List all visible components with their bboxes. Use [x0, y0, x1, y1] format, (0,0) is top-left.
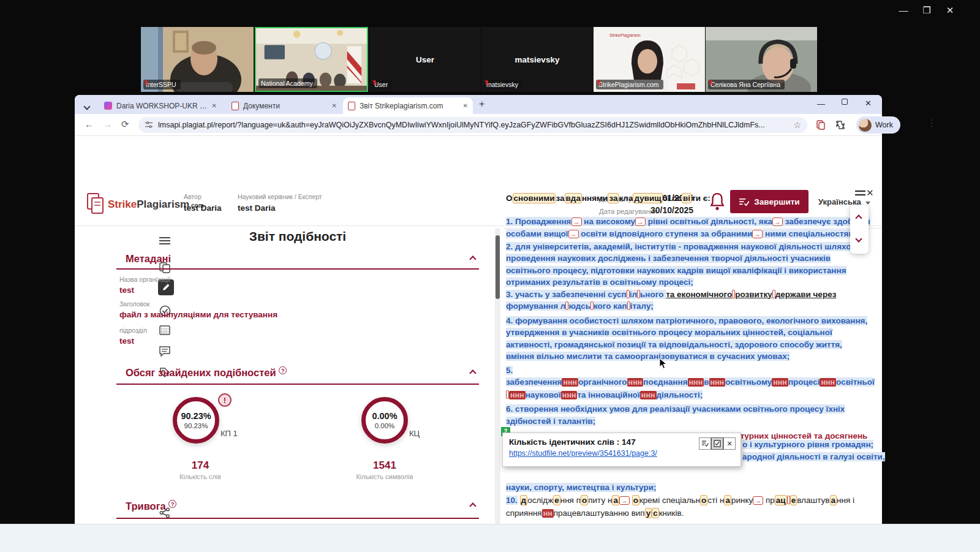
participant-label: InterSSPU — [143, 80, 181, 89]
covered-text-fragment: ародної діяльності в галузі освіти, — [742, 452, 885, 461]
supervisor-value: test Daria — [238, 203, 322, 213]
field-label: Заголовок — [119, 300, 149, 308]
page-title: Звіт подібності — [116, 229, 479, 244]
gauge-secondary-value: 0.00% — [375, 422, 395, 429]
strikeplagiarism-logo-icon — [86, 192, 105, 214]
back-icon[interactable]: ← — [85, 119, 94, 129]
collapse-chevron-icon[interactable] — [469, 502, 476, 509]
supervisor-label: Науковий керівник / Експерт — [238, 193, 322, 200]
forward-icon[interactable]: → — [103, 119, 112, 129]
screen: — ❐ ✕ InterSSPU — [0, 0, 980, 552]
similarity-gauge-kc[interactable]: 0.00% 0.00% — [361, 397, 408, 444]
browser-toolbar: ← → ⟳ lmsapi.plagiat.pl/report/?language… — [75, 114, 882, 136]
svg-text:StrikePlagiarism: StrikePlagiarism — [609, 33, 641, 38]
metadata-section-header[interactable]: Метадані — [126, 253, 171, 265]
video-tile-user[interactable]: User User — [369, 27, 481, 92]
gauge-secondary-value: 90.23% — [184, 422, 208, 429]
collapse-chevron-icon[interactable] — [469, 369, 476, 376]
help-circle-icon[interactable]: ? — [279, 366, 287, 374]
pane-scrollbar-track[interactable] — [495, 228, 500, 524]
muted-mic-icon — [143, 80, 149, 86]
taskbar: Поиск imo 2 — [0, 524, 980, 552]
tab-title: Документи — [243, 102, 280, 110]
participant-label: StrikePlagiarism.com — [596, 80, 663, 89]
new-tab-button[interactable]: + — [479, 99, 484, 110]
tab-strip: Daria WORKSHOP-UKR - Prese ✕ Документи ✕… — [75, 95, 882, 114]
profile-avatar — [859, 119, 872, 132]
profile-name: Work — [875, 121, 893, 129]
similarity-section-header[interactable]: Обсяг знайдених подібностей ? — [126, 366, 287, 379]
section-underline — [116, 384, 479, 385]
field-label: підрозділ — [119, 327, 147, 334]
fragment-nav-panel — [850, 205, 869, 254]
video-tile-intersspu[interactable]: InterSSPU — [141, 27, 254, 92]
mouse-cursor — [659, 358, 668, 370]
tab-presentation[interactable]: Daria WORKSHOP-UKR - Prese ✕ — [99, 97, 222, 114]
participant-label: Селікова Яна Сергіївна — [708, 80, 785, 89]
list-table-icon[interactable] — [158, 323, 172, 337]
participant-name: Селікова Яна Сергіївна — [710, 81, 780, 88]
document-paragraphs[interactable]: Основнимизавданнямизакладувищої освіти є… — [506, 192, 872, 520]
document-pane-close-icon[interactable]: ✕ — [866, 187, 874, 198]
browser-minimize-icon[interactable]: — — [817, 99, 825, 108]
similarity-gauge-kp1[interactable]: 90.23% 90.23% — [173, 397, 219, 444]
field-value: файл з маніпуляціями для тестування — [119, 310, 277, 319]
video-tile-strikeplagiarism[interactable]: StrikePlagiarism StrikePlagiarism.com — [594, 27, 705, 92]
word-count-label: Кількість слів — [164, 473, 237, 480]
field-label: Назва організації — [119, 276, 171, 283]
browser-maximize-icon[interactable] — [842, 99, 848, 105]
gauge-value: 90.23% — [181, 411, 211, 421]
select-fragment-checkbox-icon[interactable] — [711, 437, 723, 450]
bookmark-star-icon[interactable]: ☆ — [793, 120, 801, 130]
gauge-label: КЦ — [409, 429, 420, 438]
participant-label: matsievsky — [484, 80, 522, 89]
help-circle-icon[interactable]: ? — [168, 500, 176, 508]
document-pane-menu-icon[interactable] — [855, 190, 865, 197]
reload-icon[interactable]: ⟳ — [121, 119, 129, 130]
muted-mic-icon — [484, 80, 490, 86]
next-fragment-icon[interactable] — [855, 235, 862, 242]
alerts-section-header[interactable]: Тривога ? — [126, 500, 176, 512]
zoom-maximize-icon[interactable]: ❐ — [918, 5, 936, 16]
gauge-value: 0.00% — [372, 411, 397, 421]
extensions-puzzle-icon[interactable] — [835, 120, 845, 130]
collapse-chevron-icon[interactable] — [469, 255, 476, 262]
source-link[interactable]: https://studfile.net/preview/3541631/pag… — [509, 449, 734, 458]
warning-badge-icon[interactable]: ! — [218, 393, 232, 407]
tab-documents[interactable]: Документи ✕ — [227, 97, 342, 114]
participant-name: InterSSPU — [146, 81, 176, 88]
tab-search-chevron-icon[interactable] — [85, 100, 92, 108]
reading-list-icon[interactable] — [816, 120, 826, 130]
address-bar[interactable]: lmsapi.plagiat.pl/report/?language=uk&au… — [138, 117, 807, 133]
gauge-label: КП 1 — [221, 429, 238, 438]
pane-scrollbar-thumb[interactable] — [496, 235, 500, 299]
field-value: test — [119, 285, 134, 295]
similarity-tooltip: Кількість ідентичних слів : 147 https://… — [502, 433, 741, 467]
char-count-label: Кількість символів — [348, 473, 421, 480]
video-tile-matsievsky[interactable]: matsievsky matsievsky — [481, 27, 593, 92]
prev-fragment-icon[interactable] — [855, 214, 862, 221]
participant-name: National Academy — [261, 80, 313, 87]
tab-close-icon[interactable]: ✕ — [332, 102, 337, 109]
url-text[interactable]: lmsapi.plagiat.pl/report/?language=uk&au… — [158, 121, 788, 129]
close-tooltip-icon[interactable]: ✕ — [723, 437, 736, 450]
accept-source-icon[interactable] — [699, 437, 711, 450]
profile-chip[interactable]: Work — [856, 116, 900, 134]
author-value: test Daria — [184, 203, 222, 213]
comments-icon[interactable] — [158, 344, 172, 358]
tab-close-icon[interactable]: ✕ — [463, 102, 468, 109]
zoom-minimize-icon[interactable]: — — [894, 5, 913, 15]
video-tile-national-academy[interactable]: National Academy — [255, 27, 368, 92]
section-underline — [116, 268, 479, 270]
site-settings-icon[interactable] — [145, 121, 153, 129]
browser-menu-kebab-icon[interactable]: ⋮ — [927, 118, 937, 129]
tab-title: Звіт Strikeplagiarism.com — [360, 102, 443, 110]
browser-close-icon[interactable]: ✕ — [865, 99, 872, 108]
tab-report-active[interactable]: Звіт Strikeplagiarism.com ✕ — [343, 97, 473, 114]
tab-title: Daria WORKSHOP-UKR - Prese — [116, 102, 208, 110]
video-tile-selikova[interactable]: Селікова Яна Сергіївна — [706, 27, 817, 92]
tab-close-icon[interactable]: ✕ — [212, 102, 217, 109]
zoom-close-icon[interactable]: ✕ — [941, 5, 959, 16]
char-count: 1541 — [348, 459, 421, 472]
participant-name: matsievsky — [486, 81, 518, 88]
